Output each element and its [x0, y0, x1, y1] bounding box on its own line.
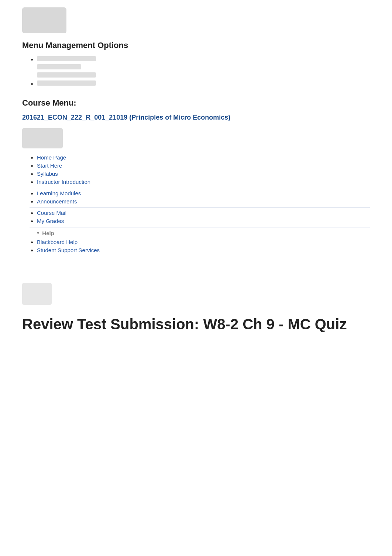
nav-link-my-grades[interactable]: My Grades: [37, 218, 64, 224]
blurred-item-middle: [37, 64, 81, 69]
nav-link-start-here[interactable]: Start Here: [37, 162, 62, 169]
course-menu-section: Course Menu: 201621_ECON_222_R_001_21019…: [22, 98, 370, 253]
nav-link-course-mail[interactable]: Course Mail: [37, 210, 66, 216]
nav-item-course-mail[interactable]: Course Mail: [37, 210, 370, 216]
menu-management-item-2[interactable]: [37, 80, 370, 87]
nav-link-announcements[interactable]: Announcements: [37, 198, 77, 205]
nav-item-instructor-intro[interactable]: Instructor Introduction: [37, 179, 370, 185]
blurred-item-top: [37, 56, 96, 61]
nav-item-learning-modules[interactable]: Learning Modules: [37, 190, 370, 196]
nav-item-start-here[interactable]: Start Here: [37, 162, 370, 169]
nav-link-student-support[interactable]: Student Support Services: [37, 247, 100, 253]
bottom-section: Review Test Submission: W8-2 Ch 9 - MC Q…: [22, 275, 370, 333]
nav-item-syllabus[interactable]: Syllabus: [37, 171, 370, 177]
blurred-item-bottom: [37, 72, 96, 78]
menu-management-heading: Menu Management Options: [22, 41, 370, 50]
nav-item-student-support[interactable]: Student Support Services: [37, 247, 370, 253]
menu-management-item-1[interactable]: [37, 56, 370, 78]
nav-group-3: Course Mail My Grades: [22, 210, 370, 227]
nav-link-instructor-intro[interactable]: Instructor Introduction: [37, 179, 90, 185]
nav-divider-2: [30, 207, 370, 208]
nav-item-announcements[interactable]: Announcements: [37, 198, 370, 205]
help-heading-wrapper: Help: [22, 229, 370, 237]
top-logo-placeholder: [22, 7, 66, 33]
course-link[interactable]: 201621_ECON_222_R_001_21019 (Principles …: [22, 114, 230, 121]
help-nav-group: Blackboard Help Student Support Services: [22, 239, 370, 253]
menu-management-list: [22, 56, 370, 87]
help-heading: Help: [42, 230, 54, 236]
page-main-title: Review Test Submission: W8-2 Ch 9 - MC Q…: [22, 316, 370, 333]
course-menu-heading: Course Menu:: [22, 98, 370, 108]
nav-link-learning-modules[interactable]: Learning Modules: [37, 190, 81, 196]
course-menu-image-placeholder: [22, 128, 63, 148]
nav-link-syllabus[interactable]: Syllabus: [37, 171, 58, 177]
nav-link-home-page[interactable]: Home Page: [37, 154, 66, 161]
nav-divider-3: [30, 227, 370, 227]
nav-group-2: Learning Modules Announcements: [22, 190, 370, 208]
nav-group-1: Home Page Start Here Syllabus Instructor…: [22, 154, 370, 188]
menu-management-section: Menu Management Options: [22, 41, 370, 87]
nav-divider-1: [30, 188, 370, 188]
nav-item-home-page[interactable]: Home Page: [37, 154, 370, 161]
blurred-item-2: [37, 80, 96, 86]
nav-item-my-grades[interactable]: My Grades: [37, 218, 370, 224]
nav-item-blackboard-help[interactable]: Blackboard Help: [37, 239, 370, 245]
bottom-image-placeholder: [22, 283, 52, 305]
nav-link-blackboard-help[interactable]: Blackboard Help: [37, 239, 78, 245]
